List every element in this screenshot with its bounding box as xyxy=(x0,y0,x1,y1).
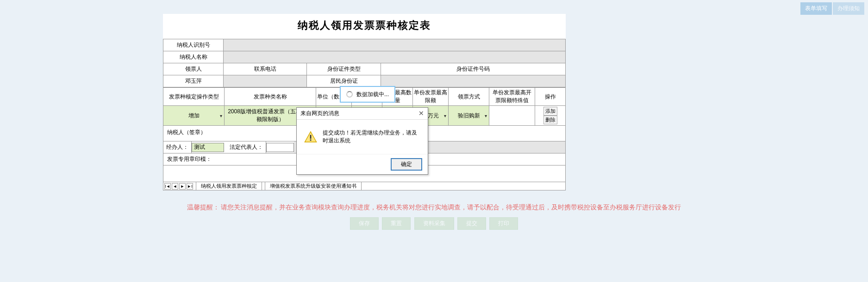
value-taxpayer-id xyxy=(224,39,566,51)
col-special: 单份发票最高开票限额特殊值 xyxy=(489,88,535,106)
legalrep-input[interactable] xyxy=(266,143,294,152)
dialog-title: 来自网页的消息 xyxy=(300,110,339,117)
col-unitmax: 单份发票最高限额 xyxy=(413,88,449,106)
sheet-nav-last[interactable]: ►I xyxy=(187,183,193,190)
label-legalrep: 法定代表人： xyxy=(227,141,266,153)
spinner-icon xyxy=(346,91,353,98)
label-id-type: 身份证件类型 xyxy=(307,63,381,75)
value-id-no xyxy=(381,75,566,87)
notice-tab[interactable]: 办理须知 xyxy=(833,2,864,15)
col-optype: 发票种核定操作类型 xyxy=(163,88,225,106)
label-id-no: 身份证件号码 xyxy=(381,63,566,75)
sheet-tabs: I◄ ◄ ► ►I 纳税人领用发票票种核定 增值税发票系统升级版安装使用通知书 xyxy=(163,182,566,190)
col-op: 操作 xyxy=(535,88,566,106)
loading-indicator: 数据加载中... xyxy=(340,86,395,103)
label-receiver: 领票人 xyxy=(163,63,224,75)
dialog-ok-button[interactable]: 确定 xyxy=(391,158,422,171)
sheet-tab-1[interactable]: 纳税人领用发票票种核定 xyxy=(196,182,262,190)
sheet-nav-next[interactable]: ► xyxy=(179,183,186,190)
reset-button[interactable]: 重置 xyxy=(382,217,411,230)
taxpayer-info-table: 纳税人识别号 纳税人名称 领票人 联系电话 身份证件类型 身份证件号码 邓玉萍 … xyxy=(163,39,566,87)
sheet-nav-prev[interactable]: ◄ xyxy=(172,183,178,190)
recvmethod-dropdown[interactable]: 验旧购新 xyxy=(449,106,489,126)
loading-text: 数据加载中... xyxy=(356,91,389,98)
value-phone xyxy=(224,75,307,87)
warm-tip: 温馨提醒： 请您关注消息提醒，并在业务查询模块查询办理进度，税务机关将对您进行实… xyxy=(0,203,868,212)
submit-button[interactable]: 提交 xyxy=(457,217,486,230)
form-fill-tab[interactable]: 表单填写 xyxy=(800,2,832,15)
value-taxpayer-name xyxy=(224,51,566,63)
optype-dropdown[interactable]: 增加 xyxy=(163,106,225,126)
dialog-message: 提交成功！若无需继续办理业务，请及时退出系统 xyxy=(323,129,420,145)
svg-rect-2 xyxy=(310,140,312,141)
warning-icon xyxy=(304,130,317,143)
svg-rect-1 xyxy=(310,135,312,139)
materials-button[interactable]: 资料采集 xyxy=(414,217,454,230)
save-button[interactable]: 保存 xyxy=(350,217,379,230)
col-invkind: 发票种类名称 xyxy=(225,88,316,106)
form-title: 纳税人领用发票票种核定表 xyxy=(163,14,566,39)
sheet-tab-2[interactable]: 增值税发票系统升级版安装使用通知书 xyxy=(265,182,362,190)
add-row-button[interactable]: 添加 xyxy=(543,107,557,116)
label-phone: 联系电话 xyxy=(224,63,307,75)
sheet-nav-first[interactable]: I◄ xyxy=(164,183,171,190)
value-id-type: 居民身份证 xyxy=(307,75,381,87)
special-cell[interactable] xyxy=(489,106,535,126)
label-handler: 经办人： xyxy=(163,141,192,153)
col-recvmethod: 领票方式 xyxy=(449,88,489,106)
label-taxpayer-id: 纳税人识别号 xyxy=(163,39,224,51)
bottom-buttons: 保存 重置 资料采集 提交 打印 xyxy=(0,217,868,230)
alert-dialog: 来自网页的消息 ✕ 提交成功！若无需继续办理业务，请及时退出系统 确定 xyxy=(296,107,428,175)
delete-row-button[interactable]: 删除 xyxy=(543,116,557,124)
dialog-close-button[interactable]: ✕ xyxy=(418,110,424,117)
handler-input[interactable] xyxy=(192,143,224,152)
label-taxpayer-name: 纳税人名称 xyxy=(163,51,224,63)
value-receiver: 邓玉萍 xyxy=(163,75,224,87)
print-button[interactable]: 打印 xyxy=(489,217,518,230)
